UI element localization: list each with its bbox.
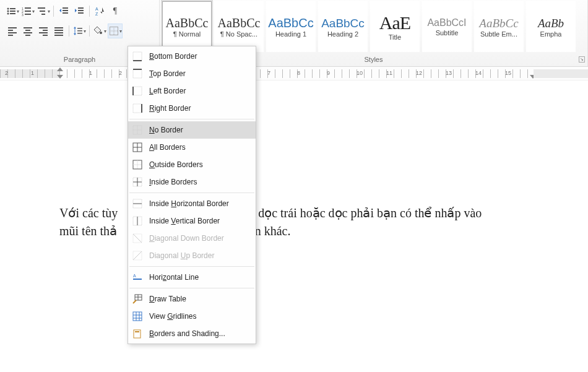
svg-marker-18 — [59, 9, 61, 12]
svg-rect-31 — [25, 30, 30, 31]
bullets-button[interactable]: ▾ — [5, 4, 20, 19]
menu-label: No Border — [149, 126, 183, 134]
bottom-border-icon — [132, 51, 143, 62]
menu-label: Right Border — [149, 104, 191, 113]
svg-rect-47 — [77, 33, 82, 34]
menu-item-inside-vertical-border[interactable]: Inside Vertical Border — [128, 212, 256, 230]
inside-vertical-border-icon — [132, 215, 143, 227]
paragraph-row-2: ▾ ▾ ▾ — [5, 24, 123, 38]
menu-label: View Gridlines — [149, 312, 197, 321]
menu-item-inside-horizontal-border[interactable]: Inside Horizontal Border — [128, 195, 256, 212]
hanging-indent-marker[interactable] — [57, 75, 63, 79]
style-item-7[interactable]: AaBbEmpha — [526, 1, 576, 52]
ruler-margin-right — [534, 69, 588, 78]
style-item-3[interactable]: AaBbCcHeading 2 — [318, 1, 368, 52]
style-item-0[interactable]: AaBbCc¶ Normal — [162, 1, 212, 52]
style-item-1[interactable]: AaBbCc¶ No Spac... — [214, 1, 264, 52]
horizontal-ruler[interactable]: 21123456789101112131415161718 — [0, 67, 588, 80]
align-left-button[interactable] — [5, 24, 20, 38]
svg-rect-3 — [10, 11, 15, 12]
menu-item-inside-borders[interactable]: Inside Borders — [128, 173, 256, 191]
svg-rect-11 — [25, 14, 31, 15]
menu-item-left-border[interactable]: Left Border — [128, 82, 256, 100]
svg-rect-38 — [54, 27, 63, 28]
svg-line-85 — [133, 300, 136, 303]
menu-separator — [129, 266, 254, 267]
style-item-6[interactable]: AaBbCcSubtle Em... — [474, 1, 524, 52]
menu-item-view-gridlines[interactable]: View Gridlines — [128, 308, 256, 325]
menu-item-horizontal-line[interactable]: AHorizontal Line — [128, 269, 256, 286]
style-item-5[interactable]: AaBbCcISubtitle — [422, 1, 472, 52]
menu-item-diagonal-down-border: Diagonal Down Border — [128, 230, 256, 247]
svg-line-79 — [133, 251, 142, 260]
numbering-button[interactable]: 123▾ — [20, 4, 35, 19]
show-marks-button[interactable]: ¶ — [108, 4, 123, 19]
svg-rect-32 — [24, 32, 32, 33]
svg-rect-1 — [10, 8, 15, 9]
menu-item-borders-and-shading[interactable]: Borders and Shading... — [128, 325, 256, 342]
borders-button[interactable]: ▾ — [108, 24, 123, 38]
ruler-number: 12 — [416, 70, 422, 76]
menu-item-all-borders[interactable]: All Borders — [128, 139, 256, 156]
increase-indent-button[interactable] — [72, 4, 87, 19]
menu-label: All Borders — [149, 143, 186, 152]
svg-rect-34 — [39, 27, 48, 28]
style-caption: ¶ No Spac... — [220, 30, 257, 40]
style-preview: AaBbCcI — [427, 14, 466, 29]
align-right-button[interactable] — [36, 24, 51, 38]
separator — [69, 25, 69, 37]
sort-button[interactable]: AZ — [92, 4, 107, 19]
style-preview: AaBbCc — [321, 14, 365, 30]
menu-item-no-border[interactable]: No Border — [128, 121, 256, 139]
menu-item-top-border[interactable]: Top Border — [128, 65, 256, 82]
ruler-number: 8 — [297, 70, 300, 76]
svg-text:3: 3 — [22, 13, 24, 16]
menu-label: Borders and Shading... — [149, 329, 225, 338]
svg-point-48 — [100, 32, 102, 34]
svg-marker-25 — [100, 7, 104, 14]
justify-button[interactable] — [51, 24, 66, 38]
menu-item-diagonal-up-border: Diagonal Up Border — [128, 247, 256, 264]
right-border-icon — [132, 103, 143, 114]
ruler-number: 9 — [327, 70, 330, 76]
menu-item-right-border[interactable]: Right Border — [128, 100, 256, 117]
decrease-indent-button[interactable] — [56, 4, 71, 19]
ruler-ticks — [0, 69, 588, 78]
menu-item-bottom-border[interactable]: Bottom Border — [128, 48, 256, 65]
diagonal-up-border-icon — [132, 250, 143, 261]
svg-rect-12 — [38, 7, 45, 9]
svg-rect-27 — [8, 30, 13, 31]
menu-item-draw-table[interactable]: Draw Table — [128, 290, 256, 308]
svg-rect-14 — [41, 14, 45, 15]
svg-rect-30 — [24, 27, 32, 28]
menu-label: Diagonal Down Border — [149, 234, 224, 243]
svg-rect-28 — [8, 32, 17, 33]
menu-label: Horizontal Line — [149, 273, 199, 282]
shading-button[interactable]: ▾ — [92, 24, 107, 38]
svg-rect-5 — [10, 13, 15, 14]
ruler-number: 15 — [505, 70, 511, 76]
styles-launcher[interactable]: ↘ — [579, 56, 585, 63]
svg-marker-22 — [75, 9, 77, 12]
style-item-2[interactable]: AaBbCcHeading 1 — [266, 1, 316, 52]
style-caption: Title — [389, 33, 401, 43]
style-item-4[interactable]: AaETitle — [370, 1, 420, 52]
multilevel-list-button[interactable]: ▾ — [36, 4, 51, 19]
style-preview: AaBbCc — [166, 13, 209, 30]
ruler-number: 1 — [89, 70, 92, 76]
svg-rect-29 — [8, 35, 13, 36]
align-center-button[interactable] — [20, 24, 35, 38]
svg-rect-19 — [78, 7, 84, 9]
svg-rect-26 — [8, 27, 17, 28]
svg-rect-13 — [40, 11, 45, 12]
svg-rect-92 — [135, 331, 139, 332]
menu-label: Bottom Border — [149, 52, 197, 61]
first-line-indent-marker[interactable] — [57, 67, 63, 71]
left-border-icon — [132, 85, 143, 97]
svg-rect-37 — [43, 35, 48, 36]
menu-item-outside-borders[interactable]: Outside Borders — [128, 156, 256, 173]
svg-rect-40 — [54, 32, 63, 33]
line-spacing-button[interactable]: ▾ — [72, 24, 87, 38]
ruler-number: 10 — [357, 70, 363, 76]
svg-rect-86 — [133, 312, 142, 321]
